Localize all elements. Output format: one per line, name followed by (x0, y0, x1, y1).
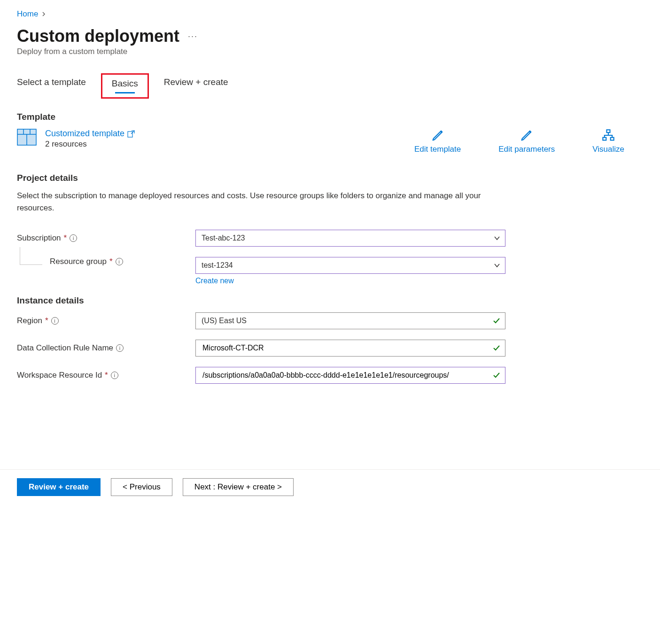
svg-rect-8 (611, 138, 614, 140)
tabs: Select a template Basics Review + create (17, 73, 643, 99)
svg-rect-7 (603, 138, 606, 140)
subscription-select[interactable]: Test-abc-123 (195, 230, 505, 247)
tree-indent (20, 247, 42, 265)
hierarchy-icon (602, 129, 615, 142)
visualize-button[interactable]: Visualize (592, 129, 624, 154)
chevron-down-icon (494, 235, 500, 241)
breadcrumb: Home (17, 9, 643, 19)
edit-parameters-button[interactable]: Edit parameters (498, 129, 555, 154)
customized-template-link[interactable]: Customized template (45, 129, 135, 139)
info-icon[interactable]: i (116, 258, 123, 265)
template-icon (17, 129, 37, 146)
visualize-label: Visualize (592, 145, 624, 154)
next-button[interactable]: Next : Review + create > (183, 478, 294, 496)
info-icon[interactable]: i (51, 317, 59, 325)
dcr-label: Data Collection Rule Name (17, 343, 113, 353)
external-edit-icon (127, 130, 135, 138)
review-create-button[interactable]: Review + create (17, 478, 101, 496)
svg-rect-6 (607, 130, 610, 132)
info-icon[interactable]: i (116, 344, 124, 352)
chevron-down-icon (494, 262, 500, 269)
dcr-input[interactable] (195, 340, 505, 357)
info-icon[interactable]: i (70, 234, 77, 242)
subscription-value: Test-abc-123 (202, 234, 245, 242)
svg-rect-5 (128, 132, 132, 137)
section-template-heading: Template (17, 112, 643, 122)
check-icon (493, 344, 500, 352)
page-title: Custom deployment (17, 26, 179, 46)
region-select[interactable]: (US) East US (195, 312, 505, 329)
customized-template-label: Customized template (45, 129, 124, 139)
resource-group-label: Resource group (50, 257, 107, 266)
edit-template-label: Edit template (414, 145, 461, 154)
pencil-icon (520, 129, 533, 142)
resources-count: 2 resources (45, 140, 135, 149)
check-icon (493, 372, 500, 379)
breadcrumb-home[interactable]: Home (17, 9, 38, 19)
footer-bar: Review + create < Previous Next : Review… (0, 469, 660, 510)
pencil-icon (431, 129, 444, 142)
section-instance-details-heading: Instance details (17, 295, 643, 306)
region-label: Region (17, 316, 42, 326)
section-project-details-heading: Project details (17, 173, 643, 183)
subscription-label: Subscription (17, 233, 61, 243)
check-icon (493, 317, 500, 325)
create-new-link[interactable]: Create new (195, 277, 234, 285)
more-actions-icon[interactable]: ··· (188, 31, 198, 41)
edit-parameters-label: Edit parameters (498, 145, 555, 154)
required-star: * (105, 371, 108, 380)
tab-basics[interactable]: Basics (112, 77, 138, 93)
workspace-input-field[interactable] (202, 371, 488, 380)
required-star: * (109, 257, 113, 266)
workspace-input[interactable] (195, 367, 505, 384)
workspace-label: Workspace Resource Id (17, 371, 102, 380)
info-icon[interactable]: i (111, 372, 118, 379)
dcr-input-field[interactable] (202, 343, 488, 353)
chevron-right-icon (42, 10, 47, 18)
required-star: * (45, 316, 48, 326)
required-star: * (64, 233, 67, 243)
previous-button[interactable]: < Previous (111, 478, 172, 496)
region-value: (US) East US (202, 317, 247, 325)
page-subtitle: Deploy from a custom template (17, 47, 643, 56)
resource-group-select[interactable]: test-1234 (195, 257, 505, 274)
tab-select-template[interactable]: Select a template (17, 73, 86, 99)
tab-review-create[interactable]: Review + create (164, 73, 228, 99)
project-details-description: Select the subscription to manage deploy… (17, 190, 487, 214)
resource-group-value: test-1234 (202, 261, 233, 270)
edit-template-button[interactable]: Edit template (414, 129, 461, 154)
